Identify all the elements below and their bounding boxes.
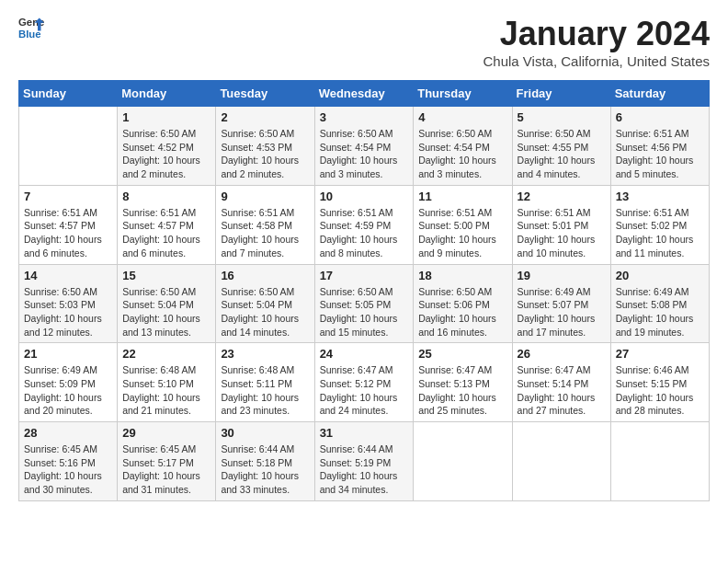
day-cell: 2Sunrise: 6:50 AMSunset: 4:53 PMDaylight…	[216, 107, 314, 186]
day-number: 31	[320, 426, 409, 440]
day-number: 1	[122, 110, 210, 124]
day-cell: 14Sunrise: 6:50 AMSunset: 5:03 PMDayligh…	[19, 264, 118, 343]
calendar-header: SundayMondayTuesdayWednesdayThursdayFrid…	[19, 81, 710, 107]
day-number: 26	[518, 347, 606, 361]
day-cell	[414, 422, 512, 501]
day-cell: 30Sunrise: 6:44 AMSunset: 5:18 PMDayligh…	[216, 422, 314, 501]
day-number: 7	[24, 190, 112, 203]
day-info: Sunrise: 6:51 AMSunset: 4:56 PMDaylight:…	[616, 127, 704, 181]
day-cell: 28Sunrise: 6:45 AMSunset: 5:16 PMDayligh…	[19, 422, 118, 501]
calendar-body: 1Sunrise: 6:50 AMSunset: 4:52 PMDaylight…	[19, 107, 710, 501]
day-cell: 17Sunrise: 6:50 AMSunset: 5:05 PMDayligh…	[314, 264, 414, 343]
day-number: 9	[221, 190, 309, 203]
header-row: SundayMondayTuesdayWednesdayThursdayFrid…	[19, 81, 710, 107]
day-info: Sunrise: 6:45 AMSunset: 5:16 PMDaylight:…	[24, 442, 112, 497]
calendar-title: January 2024	[483, 15, 710, 53]
week-row-3: 14Sunrise: 6:50 AMSunset: 5:03 PMDayligh…	[19, 264, 710, 343]
day-cell: 26Sunrise: 6:47 AMSunset: 5:14 PMDayligh…	[512, 343, 610, 422]
day-number: 25	[418, 347, 506, 361]
day-info: Sunrise: 6:50 AMSunset: 4:53 PMDaylight:…	[221, 127, 309, 181]
svg-text:Blue: Blue	[18, 29, 41, 40]
day-cell: 11Sunrise: 6:51 AMSunset: 5:00 PMDayligh…	[414, 185, 512, 264]
header-cell-saturday: Saturday	[610, 81, 709, 107]
header-cell-sunday: Sunday	[19, 81, 118, 107]
day-info: Sunrise: 6:48 AMSunset: 5:10 PMDaylight:…	[122, 363, 210, 418]
day-number: 6	[616, 110, 704, 124]
day-number: 4	[418, 110, 506, 124]
day-number: 8	[122, 190, 210, 203]
day-info: Sunrise: 6:49 AMSunset: 5:07 PMDaylight:…	[518, 285, 606, 339]
day-cell: 3Sunrise: 6:50 AMSunset: 4:54 PMDaylight…	[314, 107, 414, 186]
day-cell: 20Sunrise: 6:49 AMSunset: 5:08 PMDayligh…	[610, 264, 709, 343]
week-row-5: 28Sunrise: 6:45 AMSunset: 5:16 PMDayligh…	[19, 422, 710, 501]
day-cell: 19Sunrise: 6:49 AMSunset: 5:07 PMDayligh…	[512, 264, 610, 343]
day-cell: 29Sunrise: 6:45 AMSunset: 5:17 PMDayligh…	[118, 422, 216, 501]
day-info: Sunrise: 6:51 AMSunset: 5:01 PMDaylight:…	[518, 206, 606, 260]
day-number: 20	[616, 269, 704, 282]
header: General Blue January 2024 Chula Vista, C…	[18, 15, 710, 69]
day-number: 3	[320, 110, 409, 124]
day-cell: 6Sunrise: 6:51 AMSunset: 4:56 PMDaylight…	[610, 107, 709, 186]
day-info: Sunrise: 6:45 AMSunset: 5:17 PMDaylight:…	[122, 442, 210, 497]
day-info: Sunrise: 6:50 AMSunset: 4:55 PMDaylight:…	[518, 127, 606, 181]
day-cell	[512, 422, 610, 501]
header-cell-monday: Monday	[118, 81, 216, 107]
day-number: 27	[616, 347, 704, 361]
day-cell: 8Sunrise: 6:51 AMSunset: 4:57 PMDaylight…	[118, 185, 216, 264]
day-number: 17	[320, 269, 409, 282]
header-cell-friday: Friday	[512, 81, 610, 107]
day-cell: 25Sunrise: 6:47 AMSunset: 5:13 PMDayligh…	[414, 343, 512, 422]
day-number: 12	[518, 190, 606, 203]
day-cell	[19, 107, 118, 186]
day-info: Sunrise: 6:51 AMSunset: 5:02 PMDaylight:…	[616, 206, 704, 260]
day-cell: 12Sunrise: 6:51 AMSunset: 5:01 PMDayligh…	[512, 185, 610, 264]
week-row-4: 21Sunrise: 6:49 AMSunset: 5:09 PMDayligh…	[19, 343, 710, 422]
day-number: 10	[320, 190, 409, 203]
day-info: Sunrise: 6:44 AMSunset: 5:18 PMDaylight:…	[221, 442, 309, 497]
day-number: 5	[518, 110, 606, 124]
day-number: 13	[616, 190, 704, 203]
day-cell: 31Sunrise: 6:44 AMSunset: 5:19 PMDayligh…	[314, 422, 414, 501]
day-number: 28	[24, 426, 112, 440]
header-cell-tuesday: Tuesday	[216, 81, 314, 107]
header-cell-thursday: Thursday	[414, 81, 512, 107]
logo-icon: General Blue	[18, 15, 44, 40]
logo: General Blue	[18, 15, 44, 40]
calendar-subtitle: Chula Vista, California, United States	[483, 53, 710, 69]
day-cell: 21Sunrise: 6:49 AMSunset: 5:09 PMDayligh…	[19, 343, 118, 422]
day-number: 18	[418, 269, 506, 282]
day-info: Sunrise: 6:50 AMSunset: 4:54 PMDaylight:…	[320, 127, 409, 181]
day-cell: 22Sunrise: 6:48 AMSunset: 5:10 PMDayligh…	[118, 343, 216, 422]
day-info: Sunrise: 6:50 AMSunset: 4:52 PMDaylight:…	[122, 127, 210, 181]
day-info: Sunrise: 6:47 AMSunset: 5:14 PMDaylight:…	[518, 363, 606, 418]
day-number: 29	[122, 426, 210, 440]
day-cell: 1Sunrise: 6:50 AMSunset: 4:52 PMDaylight…	[118, 107, 216, 186]
day-number: 30	[221, 426, 309, 440]
day-number: 21	[24, 347, 112, 361]
day-cell: 13Sunrise: 6:51 AMSunset: 5:02 PMDayligh…	[610, 185, 709, 264]
day-info: Sunrise: 6:48 AMSunset: 5:11 PMDaylight:…	[221, 363, 309, 418]
day-info: Sunrise: 6:50 AMSunset: 5:03 PMDaylight:…	[24, 285, 112, 339]
day-info: Sunrise: 6:47 AMSunset: 5:12 PMDaylight:…	[320, 363, 409, 418]
day-info: Sunrise: 6:49 AMSunset: 5:09 PMDaylight:…	[24, 363, 112, 418]
week-row-1: 1Sunrise: 6:50 AMSunset: 4:52 PMDaylight…	[19, 107, 710, 186]
day-number: 14	[24, 269, 112, 282]
day-cell: 15Sunrise: 6:50 AMSunset: 5:04 PMDayligh…	[118, 264, 216, 343]
day-info: Sunrise: 6:51 AMSunset: 4:58 PMDaylight:…	[221, 206, 309, 260]
week-row-2: 7Sunrise: 6:51 AMSunset: 4:57 PMDaylight…	[19, 185, 710, 264]
day-cell: 9Sunrise: 6:51 AMSunset: 4:58 PMDaylight…	[216, 185, 314, 264]
day-info: Sunrise: 6:50 AMSunset: 5:04 PMDaylight:…	[122, 285, 210, 339]
day-number: 16	[221, 269, 309, 282]
day-cell: 7Sunrise: 6:51 AMSunset: 4:57 PMDaylight…	[19, 185, 118, 264]
day-info: Sunrise: 6:49 AMSunset: 5:08 PMDaylight:…	[616, 285, 704, 339]
day-number: 19	[518, 269, 606, 282]
day-info: Sunrise: 6:51 AMSunset: 4:59 PMDaylight:…	[320, 206, 409, 260]
header-cell-wednesday: Wednesday	[314, 81, 414, 107]
day-number: 24	[320, 347, 409, 361]
day-info: Sunrise: 6:50 AMSunset: 4:54 PMDaylight:…	[418, 127, 506, 181]
day-info: Sunrise: 6:51 AMSunset: 4:57 PMDaylight:…	[24, 206, 112, 260]
calendar-table: SundayMondayTuesdayWednesdayThursdayFrid…	[18, 80, 710, 501]
day-info: Sunrise: 6:47 AMSunset: 5:13 PMDaylight:…	[418, 363, 506, 418]
day-info: Sunrise: 6:44 AMSunset: 5:19 PMDaylight:…	[320, 442, 409, 497]
day-info: Sunrise: 6:50 AMSunset: 5:04 PMDaylight:…	[221, 285, 309, 339]
